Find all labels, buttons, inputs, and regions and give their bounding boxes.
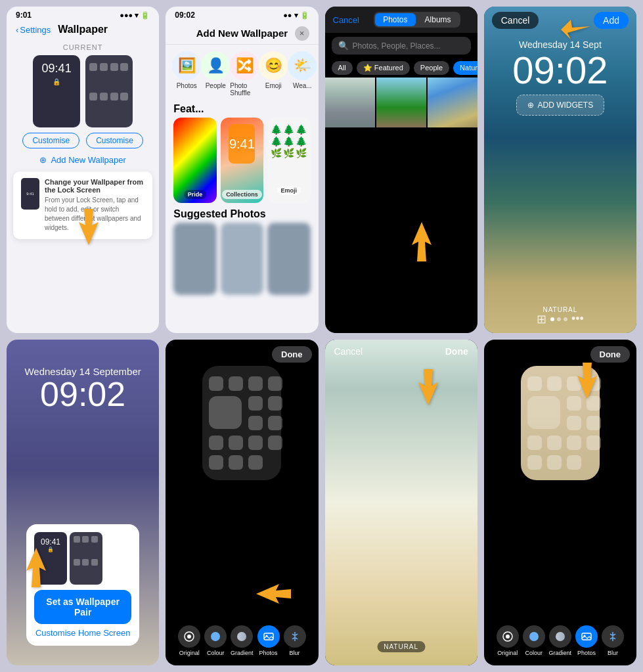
photo-river[interactable] xyxy=(428,78,477,127)
filter-nature[interactable]: Nature xyxy=(453,61,477,75)
tool-gradient[interactable]: Gradient xyxy=(231,625,254,656)
filter-all[interactable]: All xyxy=(332,61,353,75)
tool-original-8[interactable]: Original xyxy=(497,625,519,656)
dot-2 xyxy=(557,317,561,321)
top-actions-bar: Cancel Add xyxy=(484,7,636,34)
photo-landscape[interactable] xyxy=(376,78,426,127)
app-icon-sm-5 xyxy=(89,93,97,101)
mini-time: 9:41 xyxy=(26,192,34,196)
wifi-icon: ▾ xyxy=(135,11,139,20)
svg-point-8 xyxy=(529,632,539,641)
mini-home-thumb[interactable] xyxy=(70,532,102,585)
suggested-photo-1[interactable] xyxy=(173,223,216,295)
dot-3 xyxy=(564,317,567,321)
emoji-feat-label: Emoji xyxy=(277,186,301,195)
weather-label: Wea... xyxy=(293,82,312,89)
chevron-left-icon: ‹ xyxy=(16,25,18,35)
mini-lock-thumb[interactable]: 09:41 🔒 xyxy=(34,532,67,585)
home-icon-11 xyxy=(248,436,263,450)
svg-rect-10 xyxy=(582,633,591,640)
phone-mini-icon: 9:41 xyxy=(21,178,39,210)
add-new-wallpaper-button[interactable]: ⊕ Add New Wallpaper xyxy=(7,155,159,165)
emoji-label: Emoji xyxy=(265,82,282,89)
tooltip-text: Change your Wallpaper from the Lock Scre… xyxy=(45,178,144,233)
more-icon[interactable]: ••• xyxy=(571,312,584,326)
home-icon-3 xyxy=(248,376,263,391)
app-icon-sm-7 xyxy=(110,93,118,101)
lock-screen-thumb[interactable]: 09:41 🔒 xyxy=(33,55,80,127)
search-bar[interactable]: 🔍 Photos, People, Places... xyxy=(332,37,471,55)
featured-collections[interactable]: 9:41 Collections xyxy=(221,118,263,203)
type-photos[interactable]: 🖼️ Photos xyxy=(172,51,201,97)
photos-cancel-button[interactable]: Cancel xyxy=(333,15,359,25)
tool-gradient-8[interactable]: Gradient xyxy=(549,625,572,656)
tooltip-body: From your Lock Screen, tap and hold to a… xyxy=(45,196,144,233)
gallery-icon[interactable]: ⊞ xyxy=(537,312,546,326)
customise-home-screen-link[interactable]: Customise Home Screen xyxy=(34,628,131,638)
original-icon-8 xyxy=(497,625,519,648)
home-icon-8-11 xyxy=(567,436,581,450)
type-weather[interactable]: 🌤️ Wea... xyxy=(288,51,317,97)
tool-blur-8[interactable]: Blur xyxy=(602,625,624,656)
add-new-label: Add New Wallpaper xyxy=(51,155,125,165)
done-button-8[interactable]: Done xyxy=(590,346,631,363)
bottom-toolbar-8: Original Colour Gradient Photos Blur xyxy=(484,625,636,656)
home-screen-thumb[interactable] xyxy=(85,55,133,127)
cell-home-customise: Done Original Colour xyxy=(166,340,318,666)
customise-lock-button[interactable]: Customise xyxy=(22,133,79,148)
suggested-photo-2[interactable] xyxy=(221,223,263,295)
type-emoji[interactable]: 😊 Emoji xyxy=(259,51,288,97)
tool-colour-8[interactable]: Colour xyxy=(523,625,545,656)
cancel-button-4[interactable]: Cancel xyxy=(492,12,539,29)
featured-emoji[interactable]: 🌲🌲🌲 🌲🌲🌲 🌿🌿🌿 Emoji xyxy=(267,118,310,203)
app-icon-sm-6 xyxy=(100,93,108,101)
mini-preview: 09:41 🔒 xyxy=(34,532,102,585)
colour-label-8: Colour xyxy=(525,650,543,656)
add-widgets-bar[interactable]: ⊕ ADD WIDGETS xyxy=(516,95,605,116)
home-icon-4 xyxy=(268,376,282,391)
battery-icon-2: 🔋 xyxy=(300,11,309,20)
done-button-6[interactable]: Done xyxy=(272,346,312,363)
mini-app-5 xyxy=(82,559,89,566)
filter-people[interactable]: People xyxy=(414,61,449,75)
set-wallpaper-pair-button[interactable]: Set as Wallpaper Pair xyxy=(34,590,131,624)
photo-background-7 xyxy=(325,340,477,666)
photo-top-bar-7: Cancel Done xyxy=(325,340,477,363)
back-label: Settings xyxy=(20,25,51,35)
wallpaper-pair-card: 09:41 🔒 Set as Wallpaper Pair Customise … xyxy=(26,524,139,646)
tab-albums[interactable]: Albums xyxy=(417,13,459,26)
tool-colour[interactable]: Colour xyxy=(204,625,227,656)
cell-add-wallpaper: 09:02 ●● ▾ 🔋 Add New Wallpaper × 🖼️ Phot… xyxy=(166,7,318,333)
plus-circle-icon: ⊕ xyxy=(39,155,47,165)
photo-waterfall[interactable] xyxy=(325,78,375,127)
type-photo-shuffle[interactable]: 🔀 Photo Shuffle xyxy=(230,51,259,97)
home-icon-12 xyxy=(268,436,282,450)
tool-photos[interactable]: Photos xyxy=(257,625,280,656)
filter-featured[interactable]: ⭐ Featured xyxy=(357,61,410,75)
tab-photos[interactable]: Photos xyxy=(375,13,415,26)
tool-original[interactable]: Original xyxy=(178,625,200,656)
customise-home-button[interactable]: Customise xyxy=(86,133,143,148)
tool-photos-8[interactable]: Photos xyxy=(575,625,598,656)
home-icon-8-6 xyxy=(587,396,601,411)
featured-pride[interactable]: Pride xyxy=(173,118,216,203)
filter-chips: All ⭐ Featured People Nature xyxy=(325,58,477,78)
home-icon-9 xyxy=(209,436,223,450)
type-people[interactable]: 👤 People xyxy=(201,51,230,97)
plus-icon: ⊕ xyxy=(527,101,534,110)
suggested-photo-3[interactable] xyxy=(267,223,310,295)
photos-label-8: Photos xyxy=(577,650,596,656)
photos-tool-label: Photos xyxy=(259,650,278,656)
app-icon-sm-3 xyxy=(110,63,118,71)
original-label: Original xyxy=(179,650,200,656)
cancel-button-7[interactable]: Cancel xyxy=(334,346,363,357)
photos-icon: 🖼️ xyxy=(172,51,201,80)
tool-blur[interactable]: Blur xyxy=(284,625,306,656)
type-icons-row: 🖼️ Photos 👤 People 🔀 Photo Shuffle 😊 Emo… xyxy=(166,45,318,99)
home-icon-8-4 xyxy=(587,376,601,391)
add-button-4[interactable]: Add xyxy=(594,12,629,29)
modal-close-button[interactable]: × xyxy=(295,26,309,41)
dot-row-4 xyxy=(550,317,567,321)
back-button[interactable]: ‹ Settings xyxy=(16,25,51,35)
done-button-7[interactable]: Done xyxy=(445,346,468,357)
